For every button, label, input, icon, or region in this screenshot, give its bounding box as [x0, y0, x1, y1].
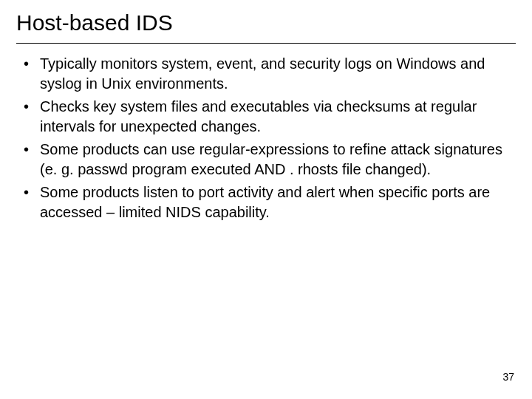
bullet-item: Checks key system files and executables …: [19, 97, 516, 137]
page-number: 37: [502, 371, 514, 383]
bullet-item: Some products listen to port activity an…: [19, 183, 516, 222]
slide-body: Typically monitors system, event, and se…: [16, 54, 516, 222]
bullet-item: Some products can use regular-expression…: [19, 140, 516, 180]
slide: Host-based IDS Typically monitors system…: [0, 0, 532, 399]
slide-title: Host-based IDS: [16, 10, 516, 44]
bullet-item: Typically monitors system, event, and se…: [19, 54, 516, 94]
bullet-list: Typically monitors system, event, and se…: [19, 54, 516, 222]
